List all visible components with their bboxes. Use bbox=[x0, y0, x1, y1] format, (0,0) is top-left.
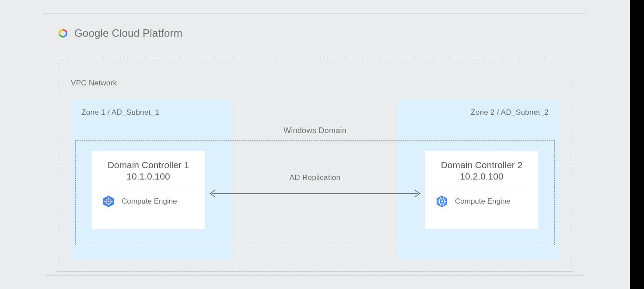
dc2-ip: 10.2.0.100 bbox=[435, 171, 528, 182]
diagram-canvas: Google Cloud Platform VPC Network Zone 1… bbox=[0, 0, 630, 289]
divider bbox=[102, 189, 195, 189]
dc1-ip: 10.1.0.100 bbox=[102, 171, 195, 182]
gcp-header: Google Cloud Platform bbox=[57, 27, 182, 39]
dc1-title: Domain Controller 1 bbox=[102, 160, 195, 170]
dc1-engine-label: Compute Engine bbox=[122, 197, 177, 206]
replication-arrow-icon bbox=[208, 189, 422, 198]
domain-controller-2-card: Domain Controller 2 10.2.0.100 bbox=[425, 151, 538, 229]
dc2-title: Domain Controller 2 bbox=[435, 160, 528, 170]
vpc-network-label: VPC Network bbox=[71, 79, 117, 88]
windows-domain-label: Windows Domain bbox=[284, 126, 346, 135]
ad-replication-label: AD Replication bbox=[290, 173, 341, 182]
compute-engine-icon bbox=[102, 194, 116, 208]
zone-1-label: Zone 1 / AD_Subnet_1 bbox=[81, 108, 159, 117]
gcp-title: Google Cloud Platform bbox=[74, 27, 182, 39]
svg-rect-23 bbox=[441, 201, 443, 202]
zone-2-label: Zone 2 / AD_Subnet_2 bbox=[471, 108, 549, 117]
gcp-logo-icon bbox=[57, 27, 69, 39]
compute-engine-icon bbox=[435, 194, 449, 208]
dc2-engine-label: Compute Engine bbox=[455, 197, 511, 206]
divider bbox=[435, 189, 528, 189]
domain-controller-1-card: Domain Controller 1 10.1.0.100 bbox=[92, 151, 205, 229]
svg-rect-8 bbox=[108, 201, 109, 202]
